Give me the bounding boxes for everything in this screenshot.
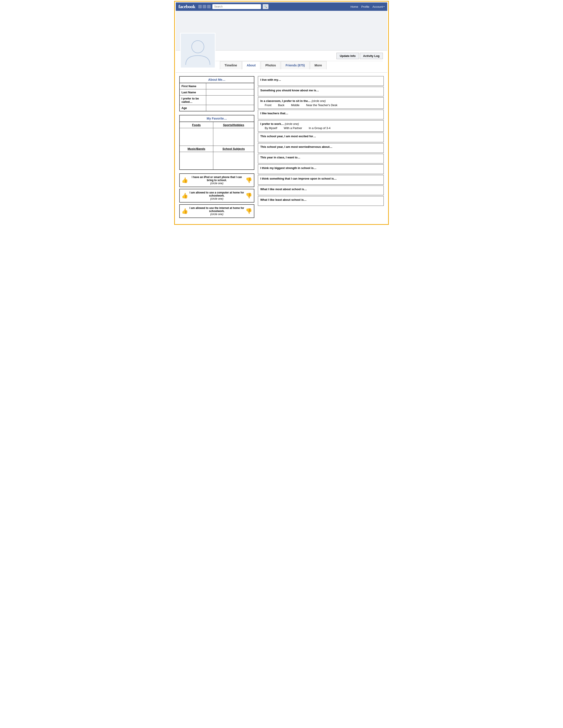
ipod-circle-box: 👍 I have an iPod or smart phone that I c… [179, 173, 254, 187]
option-with-partner: With a Partner [284, 126, 302, 130]
sit-options: Front Back Middle Near the Teacher's Des… [260, 103, 381, 107]
message-icon[interactable] [203, 5, 206, 8]
option-group: In a Group of 3-4 [309, 126, 330, 130]
table-row: Music/Bands School Subjects [179, 146, 254, 152]
ipod-text: I have an iPod or smart phone that I can… [189, 176, 244, 185]
avatar [180, 33, 215, 68]
navbar-icon-group [198, 5, 211, 8]
computer-circle-box: 👍 I am allowed to use a computer at home… [179, 189, 254, 203]
update-info-button[interactable]: Update Info [337, 53, 359, 59]
q-worried-about: This school year, I am most worried/nerv… [258, 143, 384, 153]
svg-point-0 [192, 41, 204, 53]
internet-circle-box: 👍 I am allowed to use the internet at ho… [179, 204, 254, 218]
q-sit-in-classroom: In a classroom, I prefer to sit in the… … [258, 97, 384, 109]
first-name-label: First Name [179, 83, 206, 89]
option-near-desk: Near the Teacher's Desk [306, 103, 338, 107]
navbar-right: Home Profile Account ▾ [351, 5, 385, 8]
q-want-to: This year in class, I want to… [258, 154, 384, 163]
thumbs-up-icon-3: 👍 [181, 208, 188, 214]
q-like-most: What I like most about school is… [258, 186, 384, 195]
tab-about[interactable]: About [242, 61, 260, 69]
music-content[interactable] [179, 152, 213, 170]
notification-icon[interactable] [207, 5, 211, 8]
thumbs-up-icon-2: 👍 [181, 193, 188, 199]
school-subjects-header: School Subjects [213, 146, 254, 152]
table-row: I prefer to be called… [179, 96, 254, 105]
favorites-title: My Favorite… [179, 115, 254, 122]
table-row [179, 152, 254, 170]
q-something-to-know: Something you should know about me is… [258, 87, 384, 96]
last-name-value[interactable] [206, 89, 254, 96]
work-options: By Myself With a Partner In a Group of 3… [260, 126, 381, 130]
home-link[interactable]: Home [351, 5, 358, 8]
account-arrow: ▾ [384, 6, 385, 8]
sports-hobbies-header: Sports/Hobbies [213, 122, 254, 128]
school-subjects-content[interactable] [213, 152, 254, 170]
about-me-title: About Me… [179, 76, 254, 83]
profile-link[interactable]: Profile [361, 5, 369, 8]
foods-content[interactable] [179, 128, 213, 146]
option-front: Front [265, 103, 271, 107]
facebook-logo: facebook [178, 4, 195, 9]
table-row: Age [179, 105, 254, 111]
q-biggest-strength: I think my biggest strength in school is… [258, 164, 384, 174]
preferred-name-value[interactable] [206, 96, 254, 105]
thumbs-down-icon-3: 👎 [245, 208, 252, 214]
q-like-teachers: I like teachers that… [258, 110, 384, 119]
profile-tabs: Timeline About Photos Friends (875) More [215, 61, 383, 69]
thumbs-down-icon-1: 👎 [245, 177, 252, 183]
last-name-label: Last Name [179, 89, 206, 96]
search-input[interactable] [212, 4, 261, 9]
favorites-table: My Favorite… Foods Sports/Hobbies Music/… [179, 115, 254, 170]
option-back: Back [278, 103, 285, 107]
table-row: Last Name [179, 89, 254, 96]
thumbs-down-icon-2: 👎 [245, 193, 252, 199]
table-row: First Name [179, 83, 254, 89]
table-row: Foods Sports/Hobbies [179, 122, 254, 128]
option-by-myself: By Myself [265, 126, 277, 130]
option-middle: Middle [291, 103, 300, 107]
about-me-table: About Me… First Name Last Name I prefer … [179, 76, 254, 111]
first-name-value[interactable] [206, 83, 254, 89]
table-row [179, 128, 254, 146]
account-menu[interactable]: Account ▾ [373, 5, 385, 8]
thumbs-up-icon-1: 👍 [181, 177, 188, 183]
search-button[interactable]: 🔍 [263, 4, 268, 9]
sports-content[interactable] [213, 128, 254, 146]
left-column: About Me… First Name Last Name I prefer … [179, 76, 254, 220]
tab-friends[interactable]: Friends (875) [281, 61, 309, 69]
music-bands-header: Music/Bands [179, 146, 213, 152]
age-label: Age [179, 105, 206, 111]
tab-more[interactable]: More [310, 61, 327, 69]
foods-header: Foods [179, 122, 213, 128]
activity-log-button[interactable]: Activity Log [360, 53, 383, 59]
main-content: About Me… First Name Last Name I prefer … [176, 73, 387, 223]
q-improve-upon: I think something that I can improve upo… [258, 175, 384, 185]
profile-section: Update Info Activity Log Timeline About … [176, 51, 387, 73]
tab-timeline[interactable]: Timeline [220, 61, 242, 69]
right-column: I live with my… Something you should kno… [258, 76, 384, 220]
navbar: facebook 🔍 Home Profile Account ▾ [176, 2, 387, 11]
computer-text: I am allowed to use a computer at home f… [189, 191, 244, 200]
friend-request-icon[interactable] [198, 5, 202, 8]
tab-photos[interactable]: Photos [261, 61, 280, 69]
internet-text: I am allowed to use the internet at home… [189, 206, 244, 216]
q-live-with: I live with my… [258, 76, 384, 86]
age-value[interactable] [206, 105, 254, 111]
q-excited-for: This school year, I am most excited for… [258, 133, 384, 142]
q-prefer-work: I prefer to work… (circle one) By Myself… [258, 120, 384, 132]
q-like-least: What I like least about school is… [258, 196, 384, 206]
preferred-name-label: I prefer to be called… [179, 96, 206, 105]
